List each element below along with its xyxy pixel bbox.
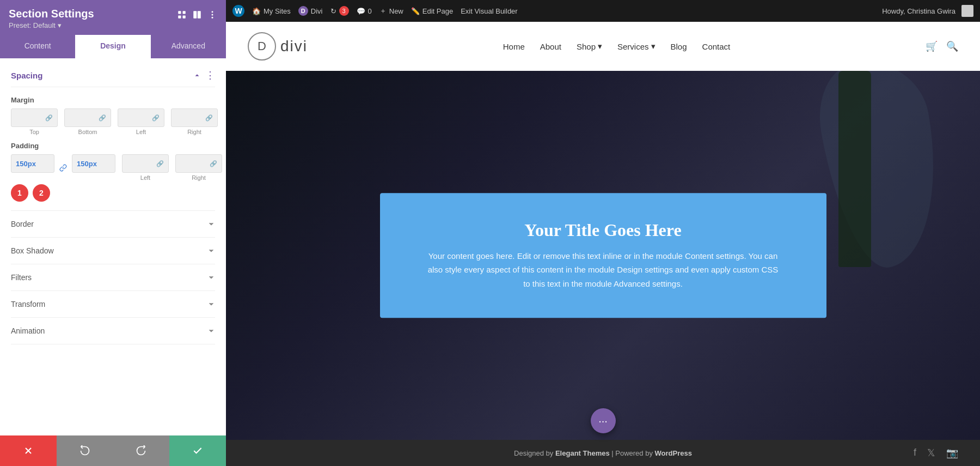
animation-chevron-icon [207,327,215,335]
border-section[interactable]: Border [11,210,215,237]
step-badges: 1 2 [11,184,215,202]
facebook-icon[interactable]: f [914,447,916,459]
undo-button[interactable] [57,435,113,466]
margin-bottom-input-box[interactable]: 🔗 [64,108,111,127]
pencil-icon: ✏️ [411,7,420,15]
margin-left-input-box[interactable]: 🔗 [118,108,164,127]
spacing-collapse-icon[interactable] [193,71,201,79]
step-badge-2[interactable]: 2 [33,184,50,202]
padding-top-group: 150px [11,154,54,181]
box-shadow-chevron-icon [207,247,215,255]
nav-contact[interactable]: Contact [702,42,731,51]
user-greeting[interactable]: Howdy, Christina Gwira [882,5,973,17]
padding-right-input-box[interactable]: 🔗 [175,154,222,173]
svg-rect-0 [178,11,181,14]
wp-logo-icon: W [232,5,244,17]
panel-title: Section Settings [9,8,94,20]
padding-left-input-box[interactable]: 🔗 [122,154,169,173]
instagram-icon[interactable]: 📷 [946,447,958,459]
svg-point-7 [212,14,213,16]
elegant-themes-link[interactable]: Elegant Themes [555,449,610,457]
animation-label: Animation [11,326,45,335]
panel-header-actions [177,10,217,20]
margin-bottom-input[interactable] [69,114,96,122]
spacing-section-header: Spacing ⋮ [11,58,215,87]
fab-dots-icon: ··· [598,415,608,427]
bottom-bar [0,435,226,466]
cart-icon[interactable]: 🛒 [926,40,938,52]
nav-about[interactable]: About [540,42,561,51]
redo-button[interactable] [113,435,170,466]
panel-header: Section Settings Preset: Default ▾ [0,0,226,35]
updates-link[interactable]: ↻ 3 [330,6,349,16]
margin-top-label: Top [29,129,39,135]
padding-left-input[interactable] [127,160,154,168]
wordpress-logo[interactable]: W [232,5,244,17]
site-footer: Designed by Elegant Themes | Powered by … [226,440,980,466]
save-button[interactable] [169,435,226,466]
transform-section[interactable]: Transform [11,291,215,317]
nav-shop[interactable]: Shop ▾ [577,41,602,51]
avatar [961,5,973,17]
house-icon: 🏠 [252,7,261,15]
margin-right-input-box[interactable]: 🔗 [171,108,218,127]
nav-home[interactable]: Home [503,42,525,51]
filters-section[interactable]: Filters [11,264,215,291]
border-chevron-icon [207,220,215,228]
exit-builder-link[interactable]: Exit Visual Builder [461,7,518,15]
wordpress-link[interactable]: WordPress [655,449,692,457]
edit-page-link[interactable]: ✏️ Edit Page [411,7,453,15]
grid-icon[interactable] [192,10,202,20]
resize-icon[interactable] [177,10,187,20]
my-sites-link[interactable]: 🏠 My Sites [252,7,291,15]
margin-left-group: 🔗 Left [118,108,164,135]
padding-label: Padding [11,142,215,150]
padding-chain-icon[interactable] [58,162,69,173]
site-logo[interactable]: D divi [248,32,308,60]
padding-top-input-box[interactable]: 150px [11,154,54,173]
transform-label: Transform [11,300,45,308]
margin-left-input[interactable] [122,114,150,122]
svg-point-8 [212,17,213,19]
cancel-button[interactable] [0,435,57,466]
hero-title: Your Title Goes Here [424,220,783,240]
tab-content[interactable]: Content [0,35,75,58]
svg-rect-4 [193,11,197,19]
padding-right-group: 🔗 Right [175,154,222,181]
site-nav: D divi Home About Shop ▾ Services ▾ Blog… [226,22,980,71]
divi-link[interactable]: D Divi [298,6,323,16]
margin-right-input[interactable] [176,114,203,122]
comments-link[interactable]: 💬 0 [357,7,372,15]
more-options-icon[interactable] [207,10,217,20]
step-badge-1[interactable]: 1 [11,184,28,202]
padding-inputs: 150px 150px 🔗 Left [11,154,215,181]
animation-section[interactable]: Animation [11,317,215,344]
fab-button[interactable]: ··· [591,408,616,433]
margin-top-input-box[interactable]: 🔗 [11,108,58,127]
margin-left-label: Left [136,129,146,135]
nav-services[interactable]: Services ▾ [617,41,656,51]
hero-content-box[interactable]: Your Title Goes Here Your content goes h… [380,193,826,318]
hero-section: Your Title Goes Here Your content goes h… [226,71,980,440]
search-icon[interactable]: 🔍 [946,40,958,52]
filters-chevron-icon [207,274,215,281]
spacing-more-icon[interactable]: ⋮ [205,69,215,81]
padding-left-group: 🔗 Left [122,154,169,181]
right-panel: W 🏠 My Sites D Divi ↻ 3 💬 0 ＋ New ✏️ Edi… [226,0,980,466]
nav-blog[interactable]: Blog [671,42,687,51]
new-link[interactable]: ＋ New [379,6,403,16]
tab-design[interactable]: Design [75,35,150,58]
sync-icon: ↻ [330,7,336,15]
margin-right-label: Right [187,129,201,135]
twitter-icon[interactable]: 𝕏 [927,447,935,459]
redo-icon [136,445,146,456]
panel-preset[interactable]: Preset: Default ▾ [9,21,94,29]
cancel-icon [23,445,34,456]
svg-rect-2 [178,16,181,19]
padding-left-label: Left [140,174,150,181]
padding-right-input[interactable] [180,160,207,168]
box-shadow-section[interactable]: Box Shadow [11,237,215,264]
padding-bottom-input-box[interactable]: 150px [72,154,115,173]
margin-top-input[interactable] [16,114,43,122]
tab-advanced[interactable]: Advanced [151,35,226,58]
